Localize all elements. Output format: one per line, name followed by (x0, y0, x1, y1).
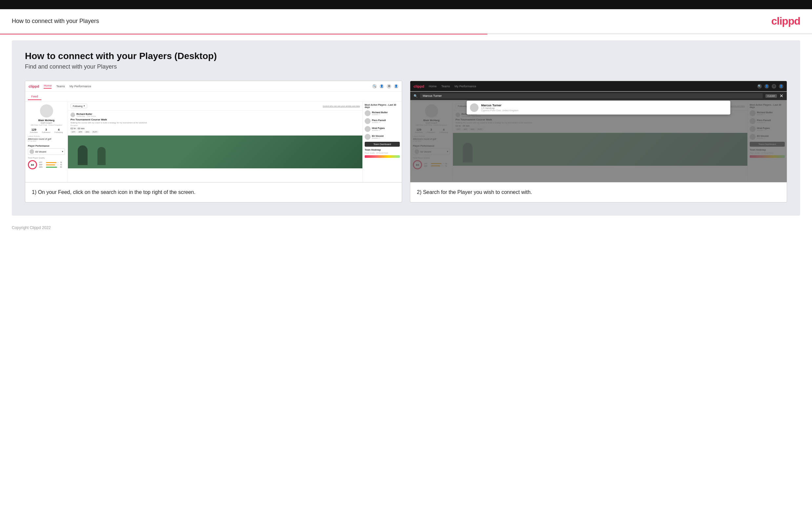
nav-home-1[interactable]: Home (44, 84, 51, 89)
team-dashboard-button[interactable]: Team Dashboard (365, 142, 400, 147)
left-panel-1: Blair McHarg Golf Coach Mill Ride Golf C… (25, 102, 68, 182)
nav-icons-1: 🔍 👤 ⚙ 👤 (372, 84, 398, 89)
activity-duration-label: Duration (70, 124, 360, 126)
following-bar: Following ▾ Control who can see your act… (68, 102, 363, 111)
golfer-figure-2 (97, 147, 106, 165)
screenshots-row: clippd Home Teams My Performance 🔍 👤 ⚙ 👤… (25, 81, 787, 203)
player-list-item-1: Richard Butler Activities: 7 (365, 110, 400, 116)
caption-1: 1) On your Feed, click on the search ico… (25, 182, 402, 203)
search-overlay: 🔍 Marcus Turner CLEAR ✕ Marcus Turner 1.… (410, 92, 787, 115)
player-avatar-1 (365, 110, 371, 116)
header-divider (0, 34, 812, 35)
team-heatmap-subtitle: Player Quality · 20 Round Trend (365, 152, 400, 154)
nav-myperformance-2: My Performance (455, 85, 476, 88)
player-avatar-4 (365, 134, 371, 140)
team-heatmap-title: Team Heatmap (365, 149, 400, 151)
settings-icon[interactable]: ⚙ (387, 84, 391, 89)
nav-home-2: Home (429, 85, 436, 88)
page-title: How to connect with your Players (12, 18, 99, 25)
activity-card: Richard Butler Yesterday · The Grove Pre… (68, 111, 363, 135)
nav-teams-1[interactable]: Teams (56, 85, 65, 88)
player-select[interactable]: Eli Vincent ▾ (28, 148, 65, 155)
heatmap-bar (365, 155, 400, 158)
latest-activity-text: Afternoon round of golf (28, 138, 65, 140)
search-input[interactable]: Marcus Turner (420, 93, 763, 98)
footer: Copyright Clippd 2022 (0, 221, 812, 234)
profile-avatar (40, 104, 53, 118)
search-result-club: Cypress Point Club, United Kingdom (481, 109, 519, 112)
search-icon[interactable]: 🔍 (372, 84, 377, 89)
stat-ott: OTT 79 (39, 162, 62, 163)
search-result-avatar (470, 103, 478, 112)
most-active-title: Most Active Players - Last 30 days (365, 104, 400, 108)
feed-tab[interactable]: Feed (28, 93, 41, 100)
golf-image (68, 135, 363, 168)
avatar-icon-2[interactable]: 👤 (779, 84, 783, 89)
search-result[interactable]: Marcus Turner 1.5 Handicap Cypress Point… (467, 101, 730, 115)
tag-arg: ARG (84, 131, 91, 133)
logo: clippd (771, 15, 800, 27)
player-avatar-2 (365, 118, 371, 124)
right-panel-1: Most Active Players - Last 30 days Richa… (363, 102, 402, 182)
stat-arg: ARG 84 (39, 166, 62, 168)
people-icon[interactable]: 👤 (379, 84, 384, 89)
middle-panel-1: Following ▾ Control who can see your act… (68, 102, 363, 182)
search-result-handicap: 1.5 Handicap (481, 107, 519, 109)
player-list-item-3: Hiral Pujara Activities: 3 (365, 126, 400, 132)
search-magnifier-icon: 🔍 (414, 94, 418, 98)
main-heading: How to connect with your Players (Deskto… (25, 51, 787, 61)
search-icon-2[interactable]: 🔍 (757, 84, 762, 89)
activity-avatar (70, 113, 75, 117)
profile-role: Golf Coach (28, 122, 65, 124)
mockup-nav-2: clippd Home Teams My Performance 🔍 👤 ⚙ 👤 (410, 81, 787, 92)
profile-name: Blair McHarg (28, 119, 65, 122)
nav-teams-2: Teams (441, 85, 450, 88)
activity-header: Richard Butler Yesterday · The Grove (70, 113, 360, 117)
dropdown-arrow: ▾ (62, 150, 63, 153)
latest-activity-label: Latest Activity (28, 135, 65, 137)
stat-followers: 3 Followers (42, 128, 50, 133)
avatar-icon[interactable]: 👤 (394, 84, 398, 89)
player-select-avatar (30, 149, 34, 154)
activity-person: Richard Butler (77, 113, 96, 115)
mockup-body-1: Blair McHarg Golf Coach Mill Ride Golf C… (25, 102, 402, 182)
close-icon[interactable]: ✕ (779, 93, 783, 98)
caption-text-1: 1) On your Feed, click on the search ico… (32, 188, 395, 196)
caption-text-2: 2) Search for the Player you wish to con… (417, 188, 780, 196)
main-content: How to connect with your Players (Deskto… (12, 40, 800, 216)
activity-date: Yesterday · The Grove (77, 115, 96, 117)
nav-icons-2: 🔍 👤 ⚙ 👤 (757, 84, 783, 89)
following-button[interactable]: Following ▾ (70, 104, 87, 108)
stat-bars: OTT 79 APP 70 ARG (39, 161, 62, 168)
profile-stats: 129 Activities 3 Followers 4 Following (28, 128, 65, 133)
score-circle: 84 (28, 160, 37, 169)
tag-app: APP (78, 131, 83, 133)
stat-following: 4 Following (54, 128, 63, 133)
stat-activities: 129 Activities (30, 128, 38, 133)
caption-2: 2) Search for the Player you wish to con… (410, 182, 787, 203)
header: How to connect with your Players clippd (0, 9, 812, 34)
player-list-item-4: Eli Vincent Activities: 1 (365, 134, 400, 140)
nav-myperformance-1[interactable]: My Performance (69, 85, 91, 88)
latest-activity-date: 27 Jul 2022 (28, 140, 65, 142)
activity-desc: Walking the course with my coach to buil… (70, 122, 360, 124)
player-avatar-3 (365, 126, 371, 132)
total-quality-label: Total Player Quality (28, 157, 65, 159)
player-list-item-2: Piers Parnell Activities: 4 (365, 118, 400, 124)
profile-club: Mill Ride Golf Club, United Kingdom (28, 124, 65, 126)
people-icon-2[interactable]: 👤 (764, 84, 769, 89)
search-bar: 🔍 Marcus Turner CLEAR ✕ (410, 92, 787, 100)
mockup-logo-1: clippd (29, 84, 39, 88)
clear-button[interactable]: CLEAR (765, 94, 777, 98)
screenshot-2: clippd Home Teams My Performance 🔍 👤 ⚙ 👤 (410, 81, 787, 203)
settings-icon-2[interactable]: ⚙ (772, 84, 776, 89)
search-result-name: Marcus Turner (481, 104, 519, 107)
mockup-logo-2: clippd (414, 84, 424, 88)
activity-tags: OTT APP ARG PUTT (70, 131, 360, 133)
tag-putt: PUTT (92, 131, 98, 133)
top-bar (0, 0, 812, 9)
activity-title: Pre Tournament Course Walk (70, 118, 360, 121)
control-link[interactable]: Control who can see your activity and da… (323, 105, 360, 107)
stat-app: APP 70 (39, 164, 62, 166)
golfer-figure (78, 145, 88, 165)
